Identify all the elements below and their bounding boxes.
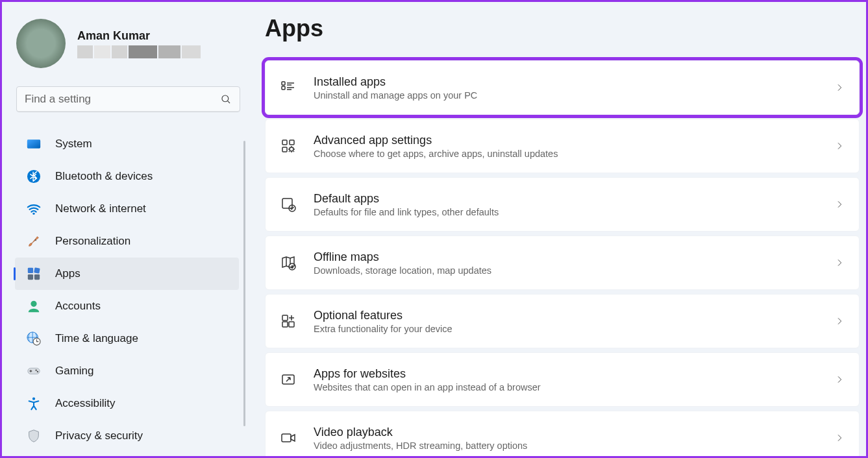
squares-gear-icon [280,138,297,154]
accessibility-icon [27,396,41,411]
search-box[interactable] [16,86,240,112]
apps-icon [27,267,41,281]
search-input[interactable] [25,93,220,106]
svg-rect-7 [28,274,33,280]
svg-rect-8 [34,274,40,280]
card-subtitle: Choose where to get apps, archive apps, … [314,149,834,159]
sidebar-item-label: Accessibility [55,397,116,410]
map-down-icon [280,254,297,271]
card-title: Video playback [314,426,834,439]
search-icon [220,93,232,105]
profile[interactable]: Aman Kumar [14,19,244,68]
monitor-icon [27,137,41,151]
svg-point-9 [31,301,36,307]
card-title: Advanced app settings [314,134,834,147]
card-title: Optional features [314,309,834,322]
sidebar-item-apps[interactable]: Apps [15,258,239,290]
card-advanced[interactable]: Advanced app settings Choose where to ge… [265,119,860,173]
sidebar-item-label: Accounts [55,300,101,313]
sidebar-item-personalization[interactable]: Personalization [15,225,239,258]
settings-cards: Installed apps Uninstall and manage apps… [265,60,860,456]
nav-scrollbar[interactable] [243,141,245,426]
svg-rect-19 [290,140,294,145]
svg-point-14 [37,371,38,372]
sidebar-item-system[interactable]: System [15,128,239,160]
svg-rect-27 [282,322,288,327]
card-subtitle: Video adjustments, HDR streaming, batter… [314,440,834,451]
chevron-right-icon [834,141,845,151]
chevron-right-icon [834,316,845,326]
svg-rect-5 [28,268,33,273]
sidebar-item-label: Gaming [55,365,94,378]
shield-icon [27,429,41,443]
chevron-right-icon [834,82,845,93]
sidebar-item-gaming[interactable]: Gaming [15,355,239,387]
svg-rect-18 [282,140,287,145]
person-icon [27,299,41,313]
card-default[interactable]: Default apps Defaults for file and link … [265,177,860,232]
card-subtitle: Downloads, storage location, map updates [314,265,834,276]
gamepad-icon [27,364,41,378]
squares-plus-icon [280,313,297,330]
sidebar-item-accounts[interactable]: Accounts [15,290,239,322]
card-title: Installed apps [314,75,834,89]
username: Aman Kumar [77,29,201,43]
sidebar-item-accessibility[interactable]: Accessibility [15,387,239,420]
svg-rect-22 [282,199,292,208]
sidebar-item-label: Personalization [55,235,130,248]
sidebar-item-network[interactable]: Network & internet [15,193,239,225]
chevron-right-icon [834,258,845,268]
open-out-icon [280,371,297,388]
svg-rect-25 [282,315,288,320]
sidebar-item-label: Apps [55,267,81,280]
svg-point-4 [32,213,34,215]
globe-clock-icon [27,331,41,346]
sidebar-item-time[interactable]: Time & language [15,322,239,355]
card-title: Apps for websites [314,367,834,381]
sidebar-item-label: Bluetooth & devices [55,170,153,183]
card-optional[interactable]: Optional features Extra functionality fo… [265,294,860,348]
chevron-right-icon [834,433,845,443]
card-subtitle: Extra functionality for your device [314,324,834,334]
card-subtitle: Uninstall and manage apps on your PC [314,90,834,101]
card-title: Offline maps [314,250,834,264]
svg-rect-20 [282,147,287,152]
main-content: Apps Installed apps Uninstall and manage… [252,2,866,456]
list-squares-icon [280,79,297,96]
sidebar-item-bluetooth[interactable]: Bluetooth & devices [15,160,239,193]
chevron-right-icon [834,199,845,210]
svg-rect-16 [282,82,285,85]
square-check-icon [280,196,297,213]
chevron-right-icon [834,374,845,385]
card-subtitle: Websites that can open in an app instead… [314,382,834,392]
nav: System Bluetooth & devices Network & int… [14,128,244,452]
sidebar: Aman Kumar System Bluetooth & devices Ne… [2,2,252,456]
svg-point-0 [222,95,229,102]
video-icon [280,429,297,446]
svg-rect-6 [34,267,40,274]
sidebar-item-privacy[interactable]: Privacy & security [15,420,239,452]
svg-rect-17 [282,86,285,90]
svg-rect-29 [282,434,291,442]
bluetooth-icon [27,169,41,184]
card-websites[interactable]: Apps for websites Websites that can open… [265,352,860,407]
svg-point-15 [32,398,35,400]
card-subtitle: Defaults for file and link types, other … [314,207,834,217]
email-censored [77,45,201,58]
sidebar-item-label: Time & language [55,332,138,345]
brush-icon [27,234,41,248]
avatar [16,19,66,68]
sidebar-item-label: System [55,138,92,151]
card-installed[interactable]: Installed apps Uninstall and manage apps… [265,60,860,115]
sidebar-item-label: Privacy & security [55,429,143,442]
sidebar-item-label: Network & internet [55,202,146,215]
svg-rect-26 [289,322,294,327]
svg-point-13 [35,369,36,370]
card-maps[interactable]: Offline maps Downloads, storage location… [265,235,860,290]
svg-rect-2 [27,140,40,149]
wifi-icon [27,202,41,216]
card-video[interactable]: Video playback Video adjustments, HDR st… [265,411,860,456]
page-title: Apps [265,15,860,42]
card-title: Default apps [314,192,834,206]
